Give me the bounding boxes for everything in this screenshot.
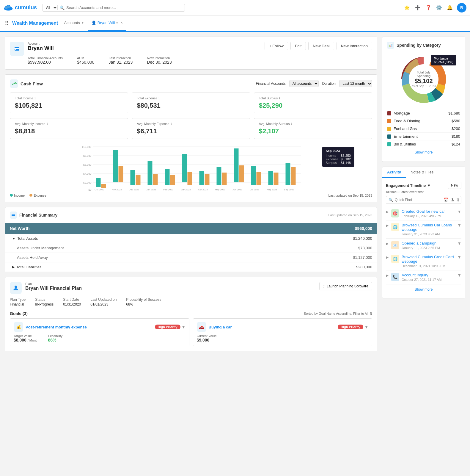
food-label: Food & Dinning (394, 119, 420, 123)
plan-start-date: Start Date 01/31/2020 (63, 298, 81, 306)
legend-expense: Expense (29, 194, 46, 197)
edit-button[interactable]: Edit (290, 42, 306, 50)
accounts-dropdown[interactable]: All accounts (289, 80, 319, 87)
new-interaction-button[interactable]: New Interaction (337, 42, 372, 50)
total-income-value: $105,821 (15, 102, 123, 109)
donut-tooltip: Mortgage $6,250 (31%) (431, 55, 456, 65)
add-icon[interactable]: ➕ (414, 4, 421, 11)
tab-bryan-will-arrow[interactable]: ∨ (116, 21, 118, 24)
tab-activity[interactable]: Activity (382, 167, 406, 178)
follow-button[interactable]: + Follow (265, 42, 288, 50)
timeline-title-3[interactable]: Opened a campaign (402, 241, 455, 245)
food-value: $580 (452, 119, 460, 123)
svg-point-5 (7, 5, 10, 8)
goal-1-menu[interactable]: ▼ (182, 325, 186, 329)
engagement-dropdown-icon[interactable]: ▼ (427, 183, 431, 188)
financial-accounts-select[interactable]: All accounts (289, 80, 319, 87)
svg-text:Sep 2023: Sep 2023 (284, 188, 294, 191)
cash-flow-header: Cash Flow Financial Accounts All account… (10, 79, 372, 88)
expand-4[interactable]: ▶ (386, 255, 389, 259)
svg-rect-55 (286, 163, 290, 185)
tab-notes-files[interactable]: Notes & Files (406, 167, 438, 178)
timeline-menu-5[interactable]: ▼ (457, 273, 461, 278)
expand-3[interactable]: ▶ (386, 242, 389, 246)
plan-name: Bryan Will Financial Plan (25, 286, 82, 291)
sort-filter-icon[interactable]: ⇅ (456, 198, 460, 202)
timeline-body-2: Browsed Cumulus Car Loans webpage Januar… (402, 223, 455, 236)
duration-select[interactable]: Last 12 month (339, 80, 372, 87)
app-logo[interactable]: cumulus (4, 4, 37, 11)
tab-bryan-will[interactable]: 👤 Bryan Will ∨ ✕ (88, 15, 127, 31)
fuel-label: Fuel and Gas (394, 126, 417, 131)
total-assets-row[interactable]: ▼ Total Assets $1,240,000 (5, 234, 377, 243)
plan-info: Plan Bryan Will Financial Plan (10, 282, 82, 294)
fs-icon (10, 212, 17, 219)
expand-5[interactable]: ▶ (386, 273, 389, 278)
expand-2[interactable]: ▶ (386, 223, 389, 228)
settings-icon[interactable]: ⚙️ (436, 4, 443, 11)
new-engagement-button[interactable]: New (448, 182, 461, 189)
launch-planning-button[interactable]: ⤴ Launch Planning Software (319, 282, 372, 290)
donut-value: $5,102 (410, 78, 437, 84)
timeline-title-1[interactable]: Created Goal for new car (402, 209, 455, 214)
bell-icon[interactable]: 🔔 (446, 4, 453, 11)
timeline-title-2[interactable]: Browsed Cumulus Car Loans webpage (402, 223, 455, 232)
sort-icon[interactable]: ⇅ (370, 312, 372, 316)
filter-icon[interactable]: ⚗ (450, 198, 454, 202)
metric-avg-expense: Avg. Monthly Expense ℹ $6,711 (132, 118, 250, 139)
goal-1-name[interactable]: Post-retirement monthly expense (26, 325, 87, 329)
tab-bryan-will-close[interactable]: ✕ (120, 21, 123, 24)
total-liabilities-row[interactable]: ▶ Total Liabilities $280,000 (5, 262, 377, 272)
timeline-item-5: ▶ 📞 Account Inquiry October 27, 2021 11:… (386, 270, 461, 284)
search-icon: 🔍 (59, 5, 65, 10)
fs-icon-svg (11, 213, 15, 217)
svg-rect-40 (199, 171, 204, 185)
aum-label: Assets Under Management (17, 246, 64, 250)
svg-rect-47 (239, 165, 244, 182)
svg-text:Mar 2023: Mar 2023 (181, 188, 191, 191)
quick-find-input[interactable] (395, 198, 439, 202)
goal-1-header: 💰 Post-retirement monthly expense High P… (14, 322, 186, 332)
timeline-title-5[interactable]: Account Inquiry (402, 273, 455, 277)
calendar-filter-icon[interactable]: 📅 (444, 198, 449, 202)
quick-find-container: 🔍 📅 ⚗ ⇅ (386, 196, 461, 204)
goal-1-meta: Target Value $8,000 / Month Feasibility … (14, 334, 186, 342)
search-bar[interactable]: All 🔍 (42, 4, 185, 12)
expand-1[interactable]: ▶ (386, 210, 389, 214)
net-worth-label: Net Worth (10, 226, 30, 231)
goal-2-name[interactable]: Buying a car (209, 325, 232, 329)
show-more-spending[interactable]: Show more (387, 148, 460, 157)
favorites-icon[interactable]: ⭐ (403, 4, 411, 11)
timeline-menu-2[interactable]: ▼ (457, 223, 461, 228)
plan-type-label: Plan (25, 282, 82, 286)
avatar[interactable]: B (457, 3, 466, 12)
search-input[interactable] (66, 5, 182, 10)
timeline-menu-1[interactable]: ▼ (457, 209, 461, 214)
tab-accounts[interactable]: Accounts ▼ (60, 15, 87, 31)
svg-rect-38 (188, 172, 192, 185)
grid-icon[interactable]: ⠿ (5, 20, 9, 26)
svg-text:Jul 2023: Jul 2023 (250, 188, 259, 191)
logo-icon (4, 4, 13, 11)
timeline-body-3: Opened a campaign January 11, 2023 2:55 … (402, 241, 455, 250)
goal-card-2: 🚗 Buying a car High Priority ▼ Current V… (193, 318, 372, 346)
show-more-activity[interactable]: Show more (386, 284, 461, 295)
tooltip-expense-value: $5,102 (341, 157, 351, 161)
cashflow-icon-svg (11, 81, 17, 86)
aum-row: Assets Under Management $73,000 (5, 243, 377, 253)
timeline-menu-3[interactable]: ▼ (457, 241, 461, 246)
search-filter[interactable]: All (45, 5, 58, 10)
new-deal-button[interactable]: New Deal (308, 42, 334, 50)
help-icon[interactable]: ❓ (425, 4, 432, 11)
launch-label: Launch Planning Software (327, 284, 368, 288)
timeline-icon-5: 📞 (391, 273, 399, 281)
duration-dropdown[interactable]: Last 12 month (339, 80, 372, 87)
net-worth-value: $960,000 (355, 226, 372, 231)
svg-text:$0: $0 (88, 188, 91, 191)
quick-find-search-icon: 🔍 (389, 198, 393, 202)
goal-2-menu[interactable]: ▼ (364, 325, 368, 329)
timeline-menu-4[interactable]: ▼ (457, 255, 461, 259)
mortgage-value: $1,680 (448, 111, 460, 115)
tab-accounts-arrow[interactable]: ▼ (81, 21, 84, 24)
timeline-title-4[interactable]: Browsed Cumulus Credit Card webpage (402, 255, 455, 264)
